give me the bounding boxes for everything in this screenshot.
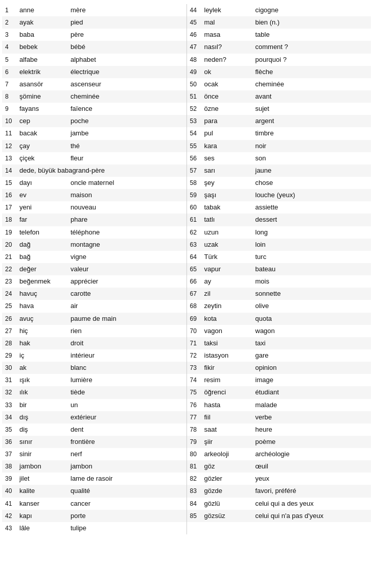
row-number: 54 [190,129,204,138]
row-number: 6 [5,67,19,77]
table-row: 25havaair [2,300,186,312]
row-number: 84 [190,499,204,509]
turkish-word: hava [19,301,71,311]
french-translation: œuil [255,461,368,472]
french-translation: phare [71,215,183,225]
table-row: 40kalitequalité [2,485,186,497]
french-translation: jambe [71,128,183,138]
table-row: 71taksitaxi [187,337,371,349]
table-row: 76hastamalade [187,399,371,411]
table-row: 29içintérieur [2,349,186,362]
table-row: 70vagonwagon [187,325,371,337]
turkish-word: uzun [204,227,255,238]
french-translation: bébé [71,42,183,52]
french-translation: argent [255,116,368,126]
table-row: 53paraargent [187,115,371,127]
french-translation: blanc [71,363,183,373]
turkish-word: hiç [19,326,71,336]
french-translation: gare [255,350,368,361]
french-translation: oncle maternel [71,178,183,188]
french-translation: bien (n.) [255,17,368,28]
french-translation: archéologie [255,449,368,459]
row-number: 36 [5,437,19,447]
row-number: 11 [5,129,19,138]
table-row: 16evmaison [2,189,186,201]
turkish-word: sarı [204,166,255,176]
turkish-word: şey [204,178,255,188]
row-number: 31 [5,375,19,385]
row-number: 60 [190,203,204,213]
french-translation: valeur [71,264,183,274]
table-row: 18farphare [2,214,186,226]
turkish-word: bebek [19,42,71,52]
table-row: 62uzunlong [187,226,371,239]
french-translation: timbre [255,128,368,138]
row-number: 41 [5,499,19,509]
turkish-word: yeni [19,202,71,213]
turkish-word: değer [19,264,71,274]
french-translation: paume de main [71,314,183,324]
row-number: 75 [190,388,204,397]
row-number: 59 [190,191,204,200]
turkish-word: ılık [19,387,71,397]
turkish-word: fikir [204,363,255,373]
row-number: 50 [190,80,204,89]
turkish-word: para [204,116,255,126]
table-row: 14dede, büyük babagrand-père [2,164,186,177]
table-row: 38jambonjambon [2,460,186,473]
turkish-word: ay [204,276,255,287]
row-number: 37 [5,450,19,459]
table-row: 45malbien (n.) [187,16,371,29]
french-translation: dent [71,425,183,435]
row-number: 4 [5,42,19,52]
turkish-word: telefon [19,227,71,238]
row-number: 46 [190,30,204,40]
french-translation: son [255,153,368,163]
table-row: 49okflèche [187,66,371,78]
table-row: 60tabakassiette [187,201,371,214]
french-translation: extérieur [71,412,183,422]
table-row: 48neden?pourquoi ? [187,54,371,66]
row-number: 17 [5,203,19,213]
turkish-word: saat [204,425,255,435]
french-translation: pourquoi ? [255,55,368,65]
french-translation: lame de rasoir [71,474,183,484]
table-row: 7asansörascenseur [2,78,186,90]
row-number: 76 [190,401,204,410]
french-translation: tulipe [71,523,183,533]
table-row: 4bebekbébé [2,41,186,53]
table-row: 11bacakjambe [2,127,186,139]
french-translation: image [255,375,368,385]
turkish-word: sınır [19,437,71,447]
table-row: 67zilsonnette [187,288,371,300]
table-row: 15dayıoncle maternel [2,177,186,189]
french-translation: olive [255,301,368,311]
french-translation: sonnette [255,289,368,299]
turkish-word: masa [204,30,255,40]
table-row: 3babapère [2,29,186,41]
row-number: 39 [5,474,19,484]
row-number: 8 [5,92,19,102]
french-translation: poche [71,116,183,126]
turkish-word: mal [204,17,255,28]
table-row: 56sesson [187,152,371,164]
french-translation: chose [255,178,368,188]
row-number: 45 [190,18,204,28]
french-translation: apprécier [71,276,183,287]
french-translation: maison [71,190,183,200]
table-row: 42kapıporte [2,510,186,522]
french-translation: vigne [71,252,183,262]
turkish-word: jambon [19,461,71,472]
row-number: 62 [190,228,204,238]
row-number: 1 [5,6,19,15]
turkish-word: gözsüz [204,511,255,521]
row-number: 10 [5,116,19,126]
row-number: 85 [190,511,204,521]
table-row: 74resimimage [187,374,371,386]
turkish-word: fayans [19,104,71,114]
turkish-word: gözlü [204,499,255,509]
turkish-word: Türk [204,252,255,262]
french-translation: favori, préféré [255,486,368,496]
turkish-word: asansör [19,79,71,89]
french-translation: grand-père [72,166,183,176]
